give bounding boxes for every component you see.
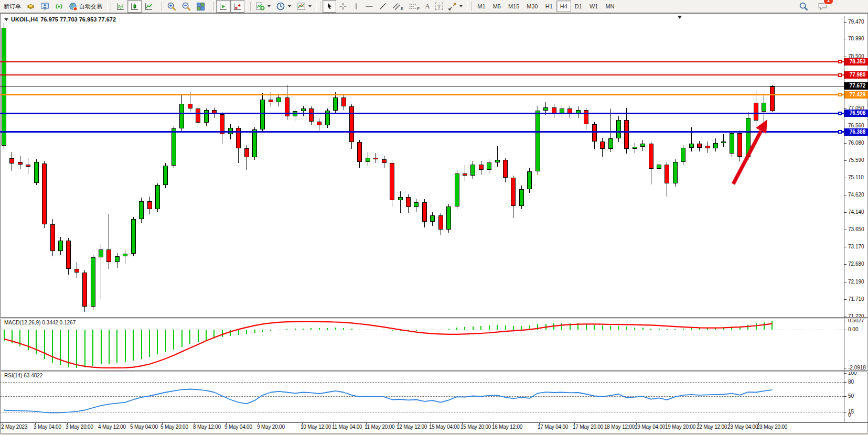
text-label-tool-button[interactable]: T xyxy=(433,0,446,13)
macd-histogram-bar xyxy=(545,324,546,330)
timeframe-M5[interactable]: M5 xyxy=(489,1,505,12)
vertical-line-tool-button[interactable] xyxy=(350,0,362,13)
toolbar-separator xyxy=(210,2,214,11)
price-level-line xyxy=(0,113,844,114)
price-badge: 77.429 xyxy=(844,91,868,99)
periods-button[interactable] xyxy=(273,0,294,13)
rsi-level-line xyxy=(0,412,844,412)
macd-histogram-bar xyxy=(319,328,320,330)
price-level-line xyxy=(0,74,844,75)
macd-histogram-bar xyxy=(157,330,158,354)
chart-shift-button[interactable] xyxy=(230,0,244,13)
macd-histogram-bar xyxy=(489,325,490,330)
timeframe-H4[interactable]: H4 xyxy=(556,1,571,12)
date-label: 3 May 20:00 xyxy=(66,424,93,430)
timeframe-H1[interactable]: H1 xyxy=(542,1,556,12)
bar-chart-mode-button[interactable] xyxy=(113,0,127,13)
timeframe-MN[interactable]: MN xyxy=(602,1,618,12)
zoom-out-button[interactable] xyxy=(179,0,194,13)
cursor-tool-button[interactable] xyxy=(323,0,336,13)
tile-windows-button[interactable] xyxy=(194,0,208,13)
signals-button[interactable] xyxy=(52,0,66,13)
macd-histogram-bar xyxy=(634,328,635,330)
candle xyxy=(42,164,47,224)
candle xyxy=(147,201,152,210)
fibonacci-tool-button[interactable]: F xyxy=(406,0,422,13)
candle xyxy=(115,256,120,262)
price-tick-label: 76.560 xyxy=(848,123,864,128)
date-label: 11 May 20:00 xyxy=(365,424,394,430)
arrows-tool-button[interactable] xyxy=(445,0,465,13)
line-handle xyxy=(838,130,842,134)
chart-shift-marker-icon[interactable] xyxy=(678,16,682,19)
candle xyxy=(737,133,742,156)
macd-histogram-bar xyxy=(351,329,352,330)
timeframe-M30[interactable]: M30 xyxy=(523,1,541,12)
dropdown-caret-icon xyxy=(459,5,463,7)
chat-button[interactable]: 1 xyxy=(815,0,830,13)
candle xyxy=(50,224,55,251)
date-label: 15 May 20:00 xyxy=(460,424,491,430)
macd-histogram-bar xyxy=(586,324,587,330)
notification-badge: 1 xyxy=(823,0,833,5)
macd-histogram-bar xyxy=(116,330,117,362)
zoom-in-icon xyxy=(167,2,176,11)
candle xyxy=(333,97,338,111)
timeframe-W1[interactable]: W1 xyxy=(586,1,602,12)
macd-histogram-bar xyxy=(723,327,724,330)
candle xyxy=(139,201,144,219)
macd-histogram-bar xyxy=(602,325,603,330)
timeframe-D1[interactable]: D1 xyxy=(571,1,586,12)
chart-title[interactable]: UKOil-,H4 76.975 77.703 76.953 77.672 xyxy=(4,16,116,23)
text-tool-button[interactable]: A xyxy=(422,0,432,13)
horizontal-line-tool-button[interactable] xyxy=(362,0,376,13)
date-label: 4 May 12:00 xyxy=(98,424,126,430)
line-chart-mode-button[interactable] xyxy=(142,0,156,13)
macd-histogram-bar xyxy=(594,325,595,330)
line-chart-icon xyxy=(144,2,153,11)
trendline-tool-button[interactable] xyxy=(376,0,390,13)
candle xyxy=(349,106,354,142)
chart-window-top-border xyxy=(0,13,868,14)
candle-wick xyxy=(497,146,498,166)
crosshair-tool-button[interactable] xyxy=(336,0,350,13)
macd-histogram-bar xyxy=(189,330,190,344)
candle xyxy=(519,189,524,205)
new-order-button[interactable]: 新订单 xyxy=(1,0,24,13)
macd-histogram-bar xyxy=(764,322,765,330)
macd-histogram-bar xyxy=(295,329,296,330)
candle xyxy=(430,215,435,222)
toolbar-right-group: 1 xyxy=(796,0,830,13)
candle xyxy=(99,249,103,257)
macd-histogram-bar xyxy=(133,330,134,361)
equidistant-channel-tool-button[interactable]: E xyxy=(390,0,406,13)
pane-separator[interactable] xyxy=(0,370,868,372)
bar-chart-icon xyxy=(116,2,125,11)
macd-histogram-bar xyxy=(667,329,668,330)
market-watch-button[interactable] xyxy=(38,0,52,13)
cursor-icon xyxy=(325,2,334,10)
macd-histogram-bar xyxy=(52,330,53,362)
candle xyxy=(689,144,694,148)
price-tick-label: 74.140 xyxy=(848,209,864,215)
fibonacci-tool-letter: F xyxy=(417,6,420,11)
price-tick-label: 73.170 xyxy=(848,244,864,249)
date-label: 12 May 12:00 xyxy=(397,424,427,430)
macd-histogram-bar xyxy=(570,323,571,330)
fibonacci-icon xyxy=(409,2,417,10)
history-center-button[interactable] xyxy=(24,0,38,13)
search-button[interactable] xyxy=(796,0,811,13)
candlestick-mode-button[interactable] xyxy=(127,0,142,13)
templates-button[interactable] xyxy=(294,0,314,13)
macd-histogram-bar xyxy=(101,330,102,364)
pane-separator[interactable] xyxy=(0,317,868,319)
zoom-in-button[interactable] xyxy=(164,0,179,13)
indicators-button[interactable] xyxy=(253,0,273,13)
line-handle xyxy=(838,60,842,63)
auto-scroll-button[interactable] xyxy=(216,0,230,13)
auto-trading-button[interactable]: 自动交易 xyxy=(66,0,105,13)
macd-histogram-bar xyxy=(440,330,441,330)
timeframe-M1[interactable]: M1 xyxy=(474,1,489,12)
macd-histogram-bar xyxy=(618,326,619,330)
timeframe-M15[interactable]: M15 xyxy=(505,1,523,12)
